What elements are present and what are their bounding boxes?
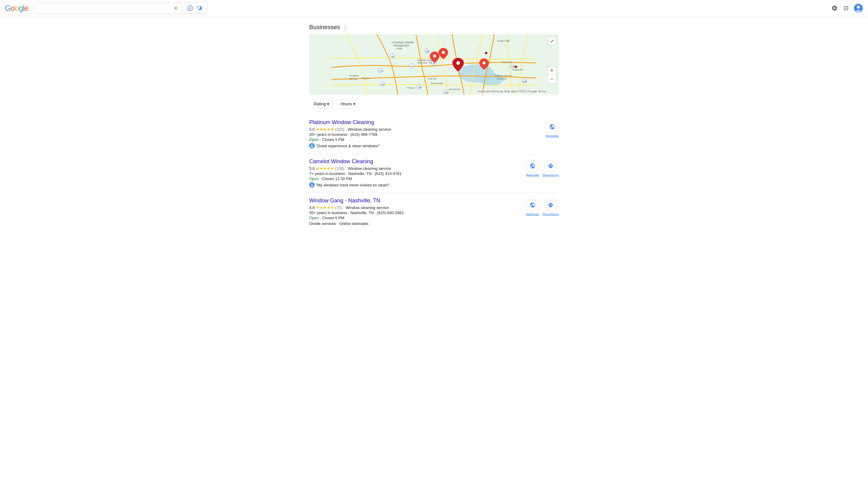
svg-text:Gladeville: Gladeville xyxy=(513,68,523,71)
website-button[interactable]: Website xyxy=(526,199,539,217)
business-name[interactable]: Window Gang - Nashville, TN xyxy=(309,198,526,204)
map-zoom-controls: + − xyxy=(547,66,556,84)
website-icon-circle xyxy=(546,121,558,133)
svg-text:840: 840 xyxy=(523,80,527,82)
rating-value: 5.0 xyxy=(309,166,315,171)
website-button[interactable]: Website xyxy=(526,160,539,178)
avatar[interactable] xyxy=(854,3,863,13)
website-icon-circle xyxy=(526,199,539,211)
separator: · xyxy=(343,205,344,210)
closes-time: Closes 5 PM xyxy=(322,137,344,142)
clear-button[interactable] xyxy=(173,5,179,11)
directions-icon-circle xyxy=(544,199,557,211)
settings-icon xyxy=(831,5,838,11)
open-status: Open xyxy=(309,137,319,142)
svg-text:Forest Hills: Forest Hills xyxy=(431,82,443,84)
reviewer-avatar xyxy=(309,182,315,188)
svg-text:Oak Hill: Oak Hill xyxy=(428,77,436,80)
separator: · xyxy=(345,127,347,132)
map-zoom-out-button[interactable]: − xyxy=(548,75,556,83)
map-expand-button[interactable]: ⤢ xyxy=(548,37,556,45)
apps-button[interactable] xyxy=(842,4,850,12)
business-meta: 35+ years in business · Nashville, TN · … xyxy=(309,210,526,215)
search-bar: Window cleaning service xyxy=(33,2,208,14)
business-actions: Website Directions xyxy=(526,159,559,178)
svg-text:Brentwood: Brentwood xyxy=(449,88,461,91)
directions-label: Directions xyxy=(543,213,559,217)
main-content: Businesses ⋮ xyxy=(304,16,564,238)
business-item: Camelot Window Cleaning 5.0 ★★★★★ (158) … xyxy=(309,154,559,193)
svg-point-52 xyxy=(515,66,517,68)
svg-point-1 xyxy=(189,7,191,9)
rating-value: 5.0 xyxy=(309,127,315,132)
business-quote: "Great experience & clean windows!" xyxy=(309,143,546,148)
business-info: Window Gang - Nashville, TN 4.8 ★★★★★ (7… xyxy=(309,198,526,227)
globe-icon xyxy=(530,163,535,169)
directions-button[interactable]: Directions xyxy=(543,160,559,178)
svg-text:Cheatham Wildlife: Cheatham Wildlife xyxy=(392,41,414,44)
directions-button[interactable]: Directions xyxy=(543,199,559,217)
search-input[interactable]: Window cleaning service xyxy=(38,5,170,11)
star-icons: ★★★★★ xyxy=(316,166,334,171)
business-item: Window Gang - Nashville, TN 4.8 ★★★★★ (7… xyxy=(309,193,559,231)
review-count: (158) xyxy=(335,166,344,171)
settings-button[interactable] xyxy=(831,4,838,12)
quote-text: "My windows have never looked so clean!" xyxy=(316,183,390,187)
business-info: Camelot Window Cleaning 5.0 ★★★★★ (158) … xyxy=(309,159,526,188)
business-list: Platinum Window Cleaning 5.0 ★★★★★ (333)… xyxy=(309,114,559,231)
directions-icon-circle xyxy=(544,160,557,172)
svg-point-3 xyxy=(857,5,860,9)
svg-text:Management: Management xyxy=(393,44,409,47)
reviewer-avatar xyxy=(309,143,315,148)
star-icons: ★★★★★ xyxy=(316,205,334,210)
hours-separator: · xyxy=(320,216,322,220)
svg-text:109: 109 xyxy=(511,65,515,67)
open-status: Open xyxy=(309,176,319,181)
svg-text:Rural Hill: Rural Hill xyxy=(502,61,512,64)
business-name[interactable]: Camelot Window Cleaning xyxy=(309,159,526,165)
business-meta: 20+ years in business · (615) 469-7769 xyxy=(309,132,546,137)
svg-point-51 xyxy=(485,52,487,54)
svg-text:Camelot Window: Camelot Window xyxy=(494,74,513,77)
business-hours: Open · Closes 6 PM xyxy=(309,216,526,220)
svg-text:Springs: Springs xyxy=(349,77,357,80)
closes-time: Closes 6 PM xyxy=(322,216,344,220)
lens-button[interactable] xyxy=(187,4,194,12)
rating-filter-arrow: ▾ xyxy=(327,101,329,106)
svg-text:249: 249 xyxy=(391,56,394,58)
svg-point-49 xyxy=(456,61,460,65)
category: Window cleaning service xyxy=(348,127,391,132)
svg-text:Pasquo: Pasquo xyxy=(407,87,415,89)
svg-text:100: 100 xyxy=(418,87,421,89)
hours-separator: · xyxy=(320,137,322,142)
svg-text:Kingston: Kingston xyxy=(350,74,359,77)
svg-text:40: 40 xyxy=(410,65,412,67)
review-count: (333) xyxy=(335,127,344,132)
map-zoom-in-button[interactable]: + xyxy=(548,67,556,75)
business-rating-row: 5.0 ★★★★★ (333) · Window cleaning servic… xyxy=(309,127,546,132)
header-right xyxy=(831,3,863,13)
map-credits: Keyboard shortcuts Map data ©2023 Google… xyxy=(477,90,547,93)
directions-icon xyxy=(548,202,554,208)
svg-text:40: 40 xyxy=(381,83,384,86)
globe-icon xyxy=(530,202,535,208)
star-icons: ★★★★★ xyxy=(316,127,334,132)
hours-filter-arrow: ▾ xyxy=(353,101,355,106)
google-logo[interactable]: Google xyxy=(5,4,28,13)
rating-filter[interactable]: Rating ▾ xyxy=(309,99,334,108)
business-item: Platinum Window Cleaning 5.0 ★★★★★ (333)… xyxy=(309,114,559,154)
more-options-button[interactable]: ⋮ xyxy=(342,24,348,31)
website-button[interactable]: Website xyxy=(546,121,559,139)
map-container[interactable]: Cheatham Wildlife Management Area Green … xyxy=(309,34,559,95)
open-status: Open xyxy=(309,216,319,220)
website-label: Website xyxy=(546,134,559,139)
hours-separator: · xyxy=(320,176,322,181)
hours-filter[interactable]: Hours ▾ xyxy=(336,99,360,108)
business-quote: "My windows have never looked so clean!" xyxy=(309,182,526,188)
svg-point-50 xyxy=(483,61,486,64)
rating-value: 4.8 xyxy=(309,205,315,210)
search-divider xyxy=(183,4,183,12)
search-button[interactable] xyxy=(196,4,204,12)
business-name[interactable]: Platinum Window Cleaning xyxy=(309,119,546,126)
search-icons xyxy=(173,4,204,12)
